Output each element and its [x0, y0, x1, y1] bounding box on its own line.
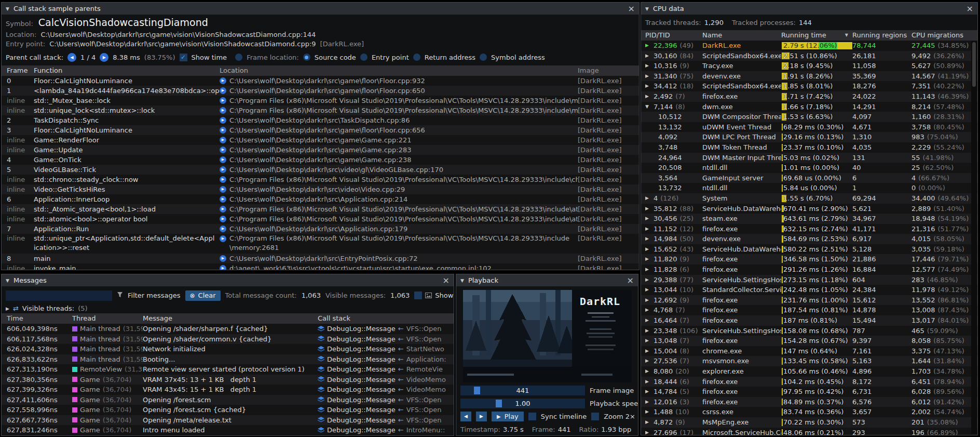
source-link-icon[interactable]: ▶	[220, 147, 226, 153]
message-filter-input[interactable]	[6, 290, 112, 301]
cpu-process-row[interactable]: ▶27,536(7)msvsmon.exe133.45 ms (0.58%)5,…	[641, 356, 977, 366]
cpu-process-row[interactable]: ▶22,396(49)DarkRL.exe2.79 s (12.06%)78,7…	[641, 41, 977, 51]
source-link-icon[interactable]: ▶	[220, 117, 226, 124]
cpu-process-row[interactable]: 24,964DWM Master Input Threa5.03 ms (0.0…	[641, 153, 977, 163]
source-link-icon[interactable]: ▶	[220, 176, 226, 183]
callstack-table-row[interactable]: inlinestd::_Atomic_storage<bool,1>::load…	[2, 204, 639, 214]
sort-descending-icon[interactable]: ▼	[845, 30, 848, 41]
source-link-icon[interactable]: ▶	[220, 196, 226, 203]
expand-closed-icon[interactable]: ▶	[645, 91, 651, 102]
close-icon[interactable]: ×	[967, 3, 973, 15]
expand-closed-icon[interactable]: ▶	[645, 366, 651, 377]
cpu-process-row[interactable]: ▶23,348(106)ServiceHub.SettingsHost158.0…	[641, 326, 977, 336]
expand-closed-icon[interactable]: ▶	[645, 315, 651, 326]
source-link-icon[interactable]: ▶	[220, 127, 226, 134]
expand-closed-icon[interactable]: ▶	[645, 71, 651, 82]
expand-closed-icon[interactable]: ▶	[645, 336, 651, 346]
message-callstack-cell[interactable]: DebugLog::Message←RemoteVie	[318, 364, 454, 375]
expand-closed-icon[interactable]: ▶	[645, 428, 651, 435]
cpu-process-row[interactable]: 10,512DWM Compositor Threa1.53 s (6.63%)…	[641, 112, 977, 122]
cpu-process-row[interactable]: ▶34,412(18)ScriptedSandbox64.exe1.85 s (…	[641, 81, 977, 91]
expand-closed-icon[interactable]: ▶	[645, 305, 651, 315]
source-link-icon[interactable]: ▶	[220, 87, 226, 94]
cpu-process-row[interactable]: ▶2,492(7)firefox.exe1.71 s (7.42%)24,022…	[641, 91, 977, 102]
callstack-table-row[interactable]: inlineinvoke_main▶d:\agent\_work\63\s\sr…	[2, 263, 639, 270]
playback-titlebar[interactable]: ▼ Playback ×	[456, 274, 638, 286]
sync-timeline-checkbox[interactable]	[528, 413, 536, 420]
cpu-process-row[interactable]: ▶30,160(84)ScriptedSandbox64.exe2.51 s (…	[641, 51, 977, 61]
col-frame[interactable]: Frame	[7, 65, 34, 76]
expand-closed-icon[interactable]: ▶	[645, 326, 651, 336]
cpu-process-row[interactable]: 13,732ntdll.dll5.84 us (0.00%)10(0.00%)	[641, 183, 977, 193]
play-button[interactable]: ▶Play	[492, 412, 524, 421]
message-callstack-cell[interactable]: DebugLog::Message←VFS::Open	[318, 415, 454, 426]
callstack-table-row[interactable]: 0Floor::CalcLightNoLuminance▶C:\Users\wo…	[2, 76, 639, 86]
col-cpu-migrations[interactable]: CPU migrations	[911, 30, 971, 41]
message-row[interactable]: 606,049,398nsMain thread(31,596)Opening …	[2, 324, 454, 334]
source-link-icon[interactable]: ▶	[220, 206, 226, 213]
message-row[interactable]: 626,024,328nsMain thread(31,596)Network …	[2, 344, 454, 354]
col-message[interactable]: Message	[143, 313, 318, 324]
message-row[interactable]: 627,831,246nsGame(36,704)Intro menu load…	[2, 425, 454, 435]
cpu-process-row[interactable]: ▶15,004(8)chrome.exe147 ms (0.64%)7,1613…	[641, 346, 977, 356]
source-link-icon[interactable]: ▶	[220, 97, 226, 104]
collapse-arrow-icon[interactable]: ▼	[6, 278, 9, 283]
expand-closed-icon[interactable]: ▶	[645, 214, 651, 224]
frame-next-button[interactable]: ▶	[476, 412, 487, 421]
col-running-time[interactable]: Running time▼	[781, 30, 852, 41]
col-thread[interactable]: Thread	[72, 313, 143, 324]
source-link-icon[interactable]: ▶	[220, 156, 226, 163]
message-row[interactable]: 627,399,326nsGame(36,704)VRAM 43x45: 15 …	[2, 385, 454, 395]
cpu-process-row[interactable]: ▶12,016(3)firefox.exe84.89 ms (0.37%)6,5…	[641, 397, 977, 407]
expand-closed-icon[interactable]: ▶	[645, 61, 651, 71]
show-frame-checkbox[interactable]	[414, 292, 422, 299]
callstack-table-row[interactable]: 1<lambda_84a19dc444fae966ca174e83e708bdc…	[2, 86, 639, 96]
expand-closed-icon[interactable]: ▶	[645, 254, 651, 264]
callstack-table-row[interactable]: 6Application::InnerLoop▶C:\Users\wolf\De…	[2, 194, 639, 204]
callstack-table-row[interactable]: 8main▶C:\Users\wolf\Desktop\darkrl\src\E…	[2, 254, 639, 263]
cpu-process-row[interactable]: ▼7,144(8)dwm.exe1.66 s (7.18%)14,2918,21…	[641, 102, 977, 112]
return-address-radio[interactable]	[413, 54, 420, 61]
source-link-icon[interactable]: ▶	[220, 235, 226, 242]
callstack-table-row[interactable]: 4Game::OnTick▶C:\Users\wolf\Desktop\dark…	[2, 155, 639, 165]
frame-prev-button[interactable]: ◀	[460, 412, 471, 421]
close-icon[interactable]: ×	[628, 3, 635, 15]
cpu-scrollbar[interactable]	[971, 41, 977, 434]
expand-closed-icon[interactable]: ▶	[645, 377, 651, 387]
callstack-table-row[interactable]: inlineGame::RenderFloor▶C:\Users\wolf\De…	[2, 135, 639, 145]
expand-closed-icon[interactable]: ▶	[645, 356, 651, 366]
expand-closed-icon[interactable]: ▶	[645, 295, 651, 306]
expand-closed-icon[interactable]: ▶	[645, 407, 651, 417]
close-icon[interactable]: ×	[443, 274, 450, 286]
message-row[interactable]: 627,558,996nsGame(36,704)Opening /forest…	[2, 405, 454, 415]
callstack-titlebar[interactable]: ▼ Call stack sample parents ×	[2, 3, 639, 15]
cpu-process-row[interactable]: 13,132uDWM Event Thread68.29 ms (0.30%)4…	[641, 122, 977, 133]
cpu-titlebar[interactable]: ▼ CPU data ×	[641, 3, 977, 15]
expand-closed-icon[interactable]: ▶	[645, 285, 651, 295]
collapse-arrow-icon[interactable]: ▼	[460, 278, 464, 283]
cpu-process-row[interactable]: 4,092DWM LPC Port Thread29.16 ms (0.13%)…	[641, 132, 977, 142]
col-name[interactable]: Name	[702, 30, 781, 41]
source-link-icon[interactable]: ▶	[220, 216, 226, 222]
message-row[interactable]: 626,833,622nsMain thread(31,596)Booting.…	[2, 354, 454, 365]
cpu-process-row[interactable]: ▶13,048(7)firefox.exe154.28 ms (0.67%)9,…	[641, 336, 977, 346]
message-callstack-cell[interactable]: DebugLog::Message←VideoMemo	[318, 385, 454, 395]
cpu-process-row[interactable]: ▶29,388(77)ServiceHub.SettingsHost273.15…	[641, 275, 977, 285]
source-link-icon[interactable]: ▶	[220, 265, 226, 270]
source-link-icon[interactable]: ▶	[220, 255, 226, 262]
cpu-process-row[interactable]: 3,564GameInput server69.68 us (0.00%)64(…	[641, 173, 977, 183]
playback-speed-slider[interactable]: 1.00	[460, 399, 585, 408]
source-link-icon[interactable]: ▶	[220, 226, 226, 232]
col-running-regions[interactable]: Running regions	[852, 30, 911, 41]
expand-closed-icon[interactable]: ▶	[645, 81, 651, 91]
prev-parent-button[interactable]: ◀	[67, 53, 76, 62]
message-callstack-cell[interactable]: DebugLog::Message←StartNetwo	[318, 344, 454, 354]
expand-closed-icon[interactable]: ▶	[645, 41, 651, 51]
source-link-icon[interactable]: ▶	[220, 137, 226, 143]
callstack-table-row[interactable]: inlinestd::unique_ptr<Application,std::d…	[2, 234, 639, 254]
callstack-table-row[interactable]: inlinestd::unique_lock<std::mutex>::lock…	[2, 105, 639, 115]
collapse-arrow-icon[interactable]: ▼	[6, 6, 9, 11]
col-image[interactable]: Image	[578, 65, 639, 76]
col-callstack[interactable]: Call stack	[318, 313, 454, 324]
collapse-arrow-icon[interactable]: ▼	[645, 6, 649, 11]
